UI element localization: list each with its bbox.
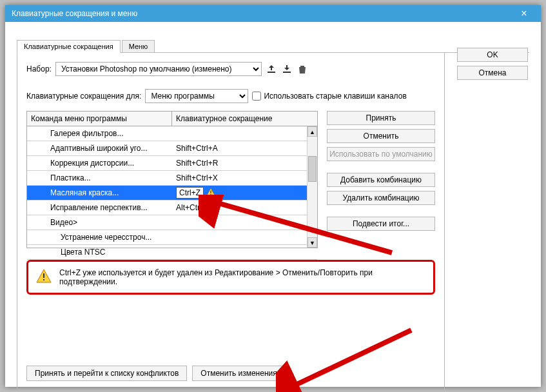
cmd-cell: Устранение чересстроч... <box>27 233 172 242</box>
tab-bar: Клавиатурные сокращения Меню <box>17 40 529 53</box>
table-row[interactable]: Галерея фильтров... <box>27 126 317 141</box>
ok-cancel-panel: OK Отмена <box>457 48 528 80</box>
col-command: Команда меню программы <box>27 112 172 126</box>
cmd-cell: Цвета NTSC <box>27 248 172 257</box>
set-label: Набор: <box>26 64 52 74</box>
tab-shortcuts[interactable]: Клавиатурные сокращения <box>17 40 121 53</box>
cmd-cell: Коррекция дисторсии... <box>27 159 172 168</box>
table-row[interactable]: Видео> <box>27 215 317 230</box>
table-row[interactable]: Масляная краска...Ctrl+Z <box>27 186 317 201</box>
add-shortcut-button[interactable]: Добавить комбинацию <box>327 173 435 187</box>
table-row[interactable]: Пластика...Shift+Ctrl+X <box>27 171 317 186</box>
svg-rect-3 <box>43 279 44 280</box>
legacy-checkbox-label: Использовать старые клавиши каналов <box>264 92 406 101</box>
cmd-cell: Адаптивный широкий уго... <box>27 144 172 153</box>
table-row[interactable]: Адаптивный широкий уго...Shift+Ctrl+A <box>27 141 317 156</box>
cancel-button[interactable]: Отмена <box>457 66 528 80</box>
scroll-down-icon[interactable]: ▼ <box>307 237 317 248</box>
cmd-cell: Пластика... <box>27 173 172 182</box>
table-row[interactable]: Цвета NTSC <box>27 245 317 260</box>
shortcut-cell: Alt+Ctrl+V <box>172 203 317 212</box>
warning-box: Ctrl+Z уже используется и будет удален и… <box>26 260 435 295</box>
shortcut-cell: Shift+Ctrl+R <box>172 159 317 168</box>
cmd-cell: Исправление перспектив... <box>27 203 172 212</box>
use-default-button[interactable]: Использовать по умолчанию <box>327 147 435 161</box>
cancel-changes-button[interactable]: Отменить изменения <box>192 366 285 381</box>
undo-button[interactable]: Отменить <box>327 129 435 143</box>
load-set-icon[interactable] <box>281 63 293 75</box>
table-row[interactable]: Устранение чересстроч... <box>27 230 317 245</box>
table-row[interactable]: Коррекция дисторсии...Shift+Ctrl+R <box>27 156 317 171</box>
svg-rect-1 <box>210 193 211 194</box>
warning-icon <box>36 268 52 286</box>
accept-button[interactable]: Принять <box>327 111 435 125</box>
col-shortcut: Клавиатурное сокращение <box>172 112 317 126</box>
save-set-icon[interactable] <box>266 63 277 75</box>
svg-rect-0 <box>210 190 211 193</box>
warning-text: Ctrl+Z уже используется и будет удален и… <box>59 268 425 286</box>
cmd-cell: Масляная краска... <box>27 188 172 197</box>
for-label: Клавиатурные сокращения для: <box>26 92 141 101</box>
table-row[interactable]: Исправление перспектив...Alt+Ctrl+V <box>27 201 317 215</box>
scroll-thumb[interactable] <box>308 156 317 182</box>
tab-menus[interactable]: Меню <box>122 40 155 52</box>
set-combo[interactable]: Установки Photoshop по умолчанию (измене… <box>55 62 262 76</box>
dialog-window: Клавиатурные сокращения и меню × OK Отме… <box>5 5 541 387</box>
shortcut-cell: Shift+Ctrl+X <box>172 173 317 182</box>
main-panel: Набор: Установки Photoshop по умолчанию … <box>17 53 445 391</box>
scrollbar[interactable]: ▲ ▼ <box>307 126 317 248</box>
side-buttons: Принять Отменить Использовать по умолчан… <box>327 111 435 231</box>
cmd-cell: Видео> <box>27 218 172 227</box>
delete-set-icon[interactable] <box>297 63 308 75</box>
legacy-checkbox[interactable]: Использовать старые клавиши каналов <box>252 92 406 101</box>
for-combo[interactable]: Меню программы <box>145 89 248 103</box>
shortcut-cell: Ctrl+Z <box>172 187 317 199</box>
titlebar: Клавиатурные сокращения и меню × <box>5 5 541 22</box>
accept-conflicts-button[interactable]: Принять и перейти к списку конфликтов <box>26 366 187 381</box>
warning-icon <box>206 188 215 199</box>
scroll-up-icon[interactable]: ▲ <box>307 126 317 137</box>
summarize-button[interactable]: Подвести итог... <box>327 217 435 231</box>
ok-button[interactable]: OK <box>457 48 528 62</box>
table-body: Галерея фильтров...Адаптивный широкий уг… <box>27 126 317 248</box>
legacy-checkbox-input[interactable] <box>252 92 261 101</box>
close-icon[interactable]: × <box>511 8 537 19</box>
cmd-cell: Галерея фильтров... <box>27 129 172 138</box>
shortcut-cell: Shift+Ctrl+A <box>172 144 317 153</box>
delete-shortcut-button[interactable]: Удалить комбинацию <box>327 191 435 205</box>
svg-rect-2 <box>43 273 44 278</box>
window-title: Клавиатурные сокращения и меню <box>12 9 137 18</box>
shortcut-input[interactable]: Ctrl+Z <box>176 187 204 199</box>
shortcuts-table: Команда меню программы Клавиатурное сокр… <box>26 111 318 248</box>
